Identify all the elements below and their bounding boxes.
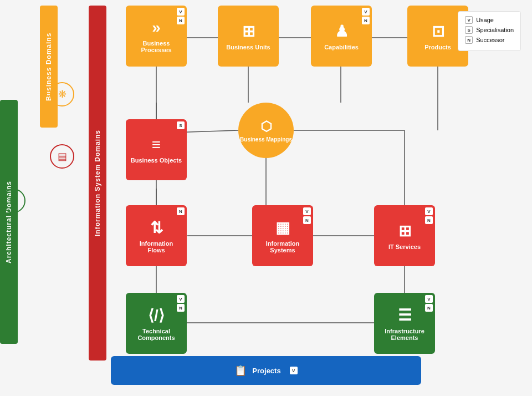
projects-icon: 📋 <box>234 364 247 377</box>
main-diagram: Architectural Domains Business Domains I… <box>0 0 532 396</box>
technical-components-node[interactable]: V N ⟨/⟩ Technical Components <box>126 293 187 354</box>
biz-icon: ❋ <box>50 82 74 106</box>
arch-domains-label: Architectural Domains <box>0 100 18 344</box>
legend: V Usage S Specialisation N Successor <box>458 11 521 51</box>
infrastructure-elements-node[interactable]: V N ☰ Infrastructure Elements <box>374 293 435 354</box>
legend-successor: N Successor <box>465 36 514 44</box>
projects-bar[interactable]: 📋 Projects V <box>111 356 421 385</box>
it-services-node[interactable]: V N ⊞ IT Services <box>374 205 435 266</box>
projects-badge: V <box>290 367 298 374</box>
business-units-node[interactable]: ⊞ Business Units <box>218 6 279 67</box>
information-systems-node[interactable]: V N ▦ Information Systems <box>252 205 313 266</box>
is-icon: ▤ <box>50 144 74 169</box>
business-objects-node[interactable]: S ≡ Business Objects <box>126 119 187 180</box>
biz-domains-label: Business Domains <box>40 6 58 128</box>
business-processes-node[interactable]: V N » Business Processes <box>126 6 187 67</box>
capabilities-node[interactable]: V N ♟ Capabilities <box>311 6 372 67</box>
arch-icon: ⊞ <box>1 189 25 213</box>
is-domains-label: Information System Domains <box>89 6 106 361</box>
information-flows-node[interactable]: N ⇅ Information Flows <box>126 205 187 266</box>
legend-specialisation: S Specialisation <box>465 26 514 34</box>
business-mappings-node[interactable]: ⬡ Business Mappings <box>238 103 294 158</box>
projects-label: Projects <box>252 367 280 375</box>
legend-usage: V Usage <box>465 16 514 24</box>
